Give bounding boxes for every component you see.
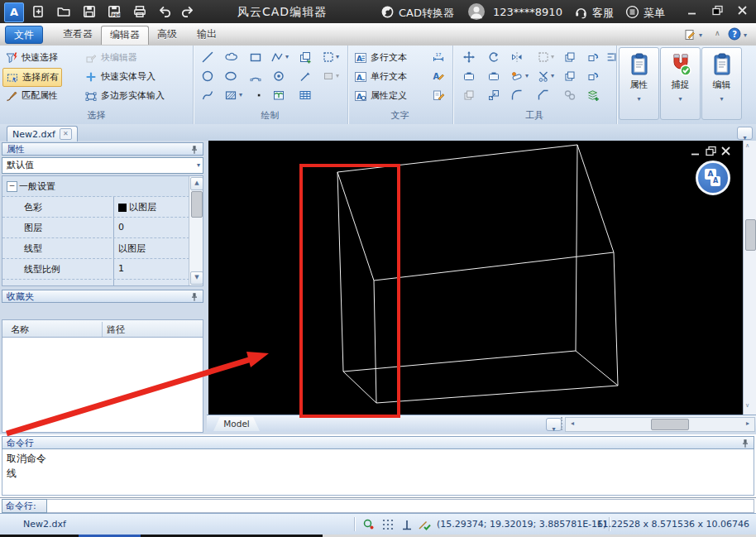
hatch-icon[interactable] [222, 87, 239, 103]
minimize-icon[interactable] [687, 5, 705, 18]
undo-icon[interactable] [157, 4, 174, 19]
snap-magnifier-icon[interactable] [362, 518, 376, 531]
copy-icon[interactable] [562, 49, 578, 65]
tab-file[interactable]: 文件 [5, 26, 43, 44]
child-close-icon[interactable] [720, 146, 733, 156]
boundary-icon[interactable] [320, 49, 337, 65]
multiline-text-button[interactable]: 多行文本 [354, 49, 407, 66]
converter-icon[interactable] [380, 5, 397, 20]
region-dropdown-icon[interactable]: ▾ [336, 73, 339, 79]
quick-select-button[interactable]: 快速选择 [5, 49, 58, 66]
hatch-dropdown-icon[interactable]: ▾ [239, 92, 242, 98]
table-icon[interactable] [297, 87, 313, 103]
model-tab[interactable]: Model [213, 417, 260, 431]
tab-editor[interactable]: 编辑器 [101, 26, 149, 45]
pin-icon[interactable] [189, 145, 199, 155]
new-file-icon[interactable] [31, 4, 47, 19]
property-row-layer[interactable]: 图层 0 [2, 218, 189, 238]
polyline-icon[interactable] [269, 49, 285, 65]
converter-label[interactable]: CAD转换器 [399, 6, 454, 21]
line-icon[interactable] [199, 49, 216, 65]
attribute-define-button[interactable]: 属性定义 [354, 87, 407, 104]
property-grid-scrollbar[interactable]: ▲ ▼ [189, 176, 203, 285]
properties-panel-button[interactable]: 属性 ▾ [619, 47, 659, 120]
model-canvas[interactable] [208, 141, 743, 415]
scroll-up-icon[interactable]: ▲ [190, 177, 203, 190]
tab-viewer[interactable]: 查看器 [55, 26, 101, 42]
column-path[interactable]: 路径 [107, 324, 125, 336]
canvas-hscrollbar[interactable]: ◂ ▸ [565, 417, 755, 432]
circle-icon[interactable] [199, 68, 216, 84]
chamfer-icon[interactable] [535, 87, 552, 103]
canvas-vscrollbar[interactable]: ∧ ∨ [743, 141, 756, 415]
property-group-row[interactable]: − 一般设置 [2, 176, 189, 197]
app-logo-icon[interactable]: A [4, 2, 24, 22]
ortho-perpendicular-icon[interactable] [400, 518, 414, 531]
tape-2-icon[interactable] [486, 68, 502, 84]
erase-icon[interactable] [509, 68, 525, 84]
menu-label[interactable]: 菜单 [644, 6, 665, 21]
command-input[interactable] [47, 499, 754, 513]
menu-list-icon[interactable] [625, 5, 642, 20]
account-label[interactable]: 123****8910 [493, 6, 562, 18]
tape-icon[interactable] [461, 68, 477, 84]
text-style-icon[interactable] [430, 68, 447, 84]
redo-icon[interactable] [180, 4, 197, 19]
column-name[interactable]: 名称 [11, 324, 29, 336]
donut-icon[interactable] [270, 68, 287, 84]
tab-close-icon[interactable]: ✕ [60, 128, 72, 140]
scroll-down-icon[interactable]: ▼ [190, 271, 203, 285]
annotate-icon[interactable] [683, 28, 696, 41]
property-row-color[interactable]: 色彩 以图层 [2, 197, 189, 218]
pin-icon[interactable] [740, 439, 750, 448]
spline-icon[interactable] [199, 87, 216, 103]
child-restore-icon[interactable] [705, 146, 718, 156]
group-circles-icon[interactable] [562, 87, 578, 103]
region-icon[interactable] [320, 68, 337, 84]
quick-entity-import-button[interactable]: 快速实体导入 [84, 68, 156, 85]
copy-2-icon[interactable] [562, 68, 578, 84]
fillet-icon[interactable] [509, 87, 525, 103]
scrollbar-thumb[interactable] [191, 191, 203, 218]
layout-chevron-icon[interactable]: ▾ [546, 418, 562, 431]
arc-icon[interactable] [247, 68, 264, 84]
save-pdf-icon[interactable] [107, 4, 123, 19]
pair-squares-icon[interactable] [461, 87, 477, 103]
layers-add-icon[interactable] [585, 87, 601, 103]
grid-dots-icon[interactable] [381, 518, 395, 531]
property-row-ltscale[interactable]: 线型比例 1 [2, 259, 189, 280]
image-icon[interactable] [270, 87, 287, 103]
singleline-text-button[interactable]: 单行文本 [354, 68, 407, 85]
polygon-entity-input-button[interactable]: 多边形实体输入 [84, 87, 165, 104]
scroll-down-icon[interactable]: ∨ [745, 402, 749, 409]
trim-dropdown-icon[interactable]: ▾ [551, 73, 554, 79]
child-minimize-icon[interactable] [690, 146, 703, 156]
help-dropdown-icon[interactable]: ▾ [744, 32, 747, 39]
command-history[interactable]: 取消命令 线 [2, 449, 754, 496]
save-icon[interactable] [82, 4, 98, 19]
match-properties-button[interactable]: 匹配属性 [5, 87, 58, 104]
print-icon[interactable] [132, 4, 149, 19]
document-tab[interactable]: New2.dxf ✕ [7, 126, 78, 141]
cad-convert-float-button[interactable]: A A [696, 161, 730, 195]
pen-icon[interactable] [297, 68, 313, 84]
mirror-icon[interactable] [509, 49, 525, 65]
scroll-right-icon[interactable]: ▸ [742, 419, 754, 429]
array-dropdown-icon[interactable]: ▾ [551, 54, 554, 60]
close-icon[interactable] [736, 5, 754, 18]
scale-icon[interactable] [486, 87, 502, 103]
copy-object-icon[interactable] [297, 49, 313, 65]
select-all-button[interactable]: 选择所有 [2, 68, 62, 87]
pin-icon[interactable] [189, 292, 199, 302]
scrollbar-thumb[interactable] [745, 219, 756, 251]
text-edit-icon[interactable] [430, 87, 447, 103]
rectangle-icon[interactable] [247, 49, 264, 65]
annotate-dropdown-icon[interactable]: ▾ [699, 32, 702, 39]
tab-advanced[interactable]: 高级 [149, 26, 185, 42]
erase-dropdown-icon[interactable]: ▾ [525, 73, 529, 79]
text-scale-icon[interactable] [430, 49, 447, 65]
snap-panel-button[interactable]: 捕捉 ▾ [660, 47, 701, 120]
tab-output[interactable]: 输出 [189, 26, 225, 42]
avatar-icon[interactable] [468, 3, 485, 18]
collapse-ribbon-icon[interactable]: ∧ [715, 29, 720, 37]
